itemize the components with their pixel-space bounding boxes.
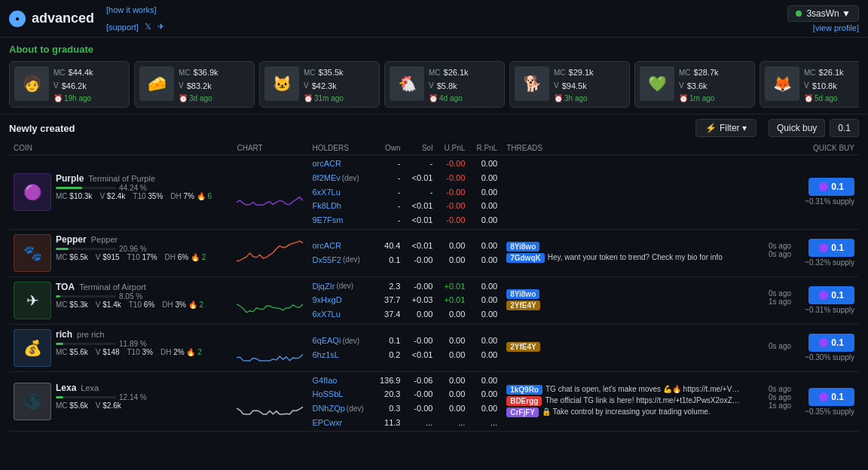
own-col: 2.337.737.4	[373, 276, 405, 324]
t10: T10 3%	[127, 348, 153, 356]
rpnl-col: 0.000.00	[469, 229, 502, 276]
graduate-section: About to graduate 🧑 MC $44.4k V $46.2k ⏰…	[0, 38, 868, 114]
support-link[interactable]: [support]	[106, 23, 139, 32]
table-row[interactable]: ✈ TOA Terminal of Airport 8.05 % MC $5.3…	[9, 276, 859, 324]
thread-tag[interactable]: 2YfE4Y	[506, 342, 539, 352]
table-row[interactable]: 🐾 Pepper Pepper 20.96 % MC $6.5k V $915 …	[9, 229, 859, 276]
v-label: V	[304, 80, 309, 92]
v-label: V	[554, 80, 559, 92]
quick-buy-button[interactable]: 0.1	[808, 334, 854, 352]
grad-card[interactable]: 🐔 MC $26.1k V $5.8k ⏰ 4d ago	[384, 61, 505, 108]
coin-mc: MC $5.6k	[56, 401, 88, 410]
holder-name[interactable]: 6xX7Lu	[312, 185, 340, 200]
thread-entry: 7GdwqK Hey, want your token to trend? Ch…	[506, 253, 723, 263]
table-row[interactable]: 💰 rich pre rich 11.89 % MC $5.6k V $148 …	[9, 324, 859, 371]
th-own: Own	[373, 142, 405, 155]
thread-entry: BDErgg The official TG link is here! htt…	[506, 396, 741, 406]
holder-name[interactable]: DNhZQp	[312, 401, 344, 416]
coin-thumb[interactable]: 🌑	[14, 383, 51, 420]
rpnl-col: 0.000.000.000.000.00	[469, 155, 502, 229]
quick-buy-button[interactable]: 0.1	[808, 239, 854, 257]
thread-msg: Hey, want your token to trend? Check my …	[548, 253, 723, 261]
thread-tag[interactable]: CrFjFY	[506, 407, 539, 417]
coin-details: rich pre rich 11.89 % MC $5.6k V $148 T1…	[56, 329, 228, 356]
holder-name[interactable]: HoSSbL	[312, 387, 343, 401]
grad-v: $42.3k	[312, 80, 337, 93]
grad-time-val: 19h ago	[64, 94, 91, 102]
table-row[interactable]: 🟣 Purple Terminal of Purple 44.24 % MC $…	[9, 155, 859, 229]
sol-icon	[819, 291, 828, 300]
filter-label: Filter ▾	[720, 123, 747, 133]
thread-tag[interactable]: 8Yi8wo	[506, 242, 539, 252]
online-indicator	[796, 11, 802, 17]
thread-tag[interactable]: BDErgg	[506, 396, 542, 406]
coin-thumb[interactable]: 🟣	[14, 173, 51, 211]
holder-name[interactable]: 6xX7Lu	[312, 307, 340, 322]
sol-val: ...	[409, 416, 432, 430]
holder-name[interactable]: 6qEAQi	[312, 334, 341, 348]
quick-buy-button[interactable]: 0.1	[808, 388, 854, 406]
grad-thumb: 🐔	[390, 66, 424, 101]
holder-name[interactable]: G4fIao	[312, 374, 337, 388]
rpnl-val: 0.00	[474, 199, 497, 213]
holder-row: DjqZIr (dev)	[312, 279, 368, 294]
grad-card[interactable]: 🦊 MC $26.1k V $10.8k ⏰ 5d ago	[760, 61, 859, 108]
newly-title: Newly created	[9, 123, 75, 134]
holder-name[interactable]: EPCwxr	[312, 416, 342, 430]
upnl-col: +0.01+0.010.00	[437, 276, 469, 324]
filter-button[interactable]: ⚡ Filter ▾	[695, 119, 756, 137]
holder-name[interactable]: 6hz1sL	[312, 348, 338, 362]
clock-icon: ⏰	[554, 94, 563, 102]
table-row[interactable]: 🌑 Lexa Lexa 12.14 % MC $5.6k V $2.6k	[9, 371, 859, 432]
graduate-title: About to graduate	[9, 44, 859, 55]
grad-card[interactable]: 🐕 MC $29.1k V $94.5k ⏰ 3h ago	[509, 61, 630, 108]
coin-thumb[interactable]: ✈	[14, 282, 51, 319]
grad-mc: $36.9k	[194, 66, 219, 80]
upnl-val: 0.00	[442, 348, 465, 362]
thread-tag[interactable]: 7GdwqK	[506, 253, 545, 263]
holder-name[interactable]: 9xHxgD	[312, 293, 341, 307]
upnl-val: 0.00	[442, 374, 465, 388]
holder-name[interactable]: orcACR	[312, 157, 341, 171]
grad-info: MC $44.4k V $46.2k ⏰ 19h ago	[53, 66, 124, 102]
dh: DH 2% 🔥 2	[160, 348, 202, 356]
holder-name[interactable]: orcACR	[312, 239, 341, 253]
twitter-link[interactable]: 𝕏	[145, 22, 151, 32]
thread-tag[interactable]: 8Yi8wo	[506, 289, 539, 299]
holder-name[interactable]: Dx55F2	[312, 253, 341, 267]
own-val: 37.4	[377, 307, 401, 322]
dev-badge: (dev)	[342, 172, 359, 185]
grad-time: ⏰ 1m ago	[679, 94, 750, 102]
holders-cell: orcACR Dx55F2 (dev)	[307, 229, 372, 276]
holder-name[interactable]: 8f2MEv	[312, 171, 340, 185]
thread-tag[interactable]: 1kQ9Ro	[506, 385, 542, 395]
grad-card[interactable]: 💚 MC $28.7k V $3.6k ⏰ 1m ago	[634, 61, 755, 108]
profile-button[interactable]: 3sasWn ▼	[787, 5, 859, 22]
quick-buy-value[interactable]: 0.1	[830, 119, 859, 137]
holder-name[interactable]: DjqZIr	[312, 279, 335, 294]
coin-thumb[interactable]: 🐾	[14, 234, 51, 272]
coin-details: Lexa Lexa 12.14 % MC $5.6k V $2.6k	[56, 383, 228, 410]
upnl-val: -0.00	[442, 157, 465, 171]
coin-meta: MC $6.5k V $915 T10 17% DH 6% 🔥 2	[56, 253, 228, 261]
coin-table: COIN CHART HOLDERS Own Sol U.PnL R.PnL T…	[9, 142, 859, 432]
thread-tag[interactable]: 2YfE4Y	[506, 301, 539, 310]
how-it-works-link[interactable]: [how it works]	[106, 5, 157, 14]
grad-v: $83.2k	[187, 80, 212, 93]
clock-icon: ⏰	[679, 94, 688, 102]
upnl-val: 0.00	[442, 239, 465, 253]
holder-name[interactable]: Fk8LDh	[312, 199, 341, 213]
times-list: 0s ago	[769, 342, 791, 353]
clock-icon: ⏰	[53, 94, 63, 102]
view-profile-link[interactable]: [view profile]	[813, 23, 859, 32]
sol-val: <0.01	[409, 171, 432, 185]
quick-buy-button[interactable]: 0.1	[808, 178, 854, 196]
grad-card[interactable]: 🧑 MC $44.4k V $46.2k ⏰ 19h ago	[9, 61, 130, 108]
coin-meta: MC $10.3k V $2.4k T10 35% DH 7% 🔥 6	[56, 192, 228, 200]
coin-thumb[interactable]: 💰	[14, 329, 51, 367]
grad-card[interactable]: 🐱 MC $35.5k V $42.3k ⏰ 31m ago	[259, 61, 380, 108]
grad-card[interactable]: 🧀 MC $36.9k V $83.2k ⏰ 3d ago	[134, 61, 255, 108]
telegram-link[interactable]: ✈	[157, 22, 164, 32]
quick-buy-button[interactable]: 0.1	[808, 286, 854, 304]
holder-name[interactable]: 9E7Fsm	[312, 213, 343, 227]
